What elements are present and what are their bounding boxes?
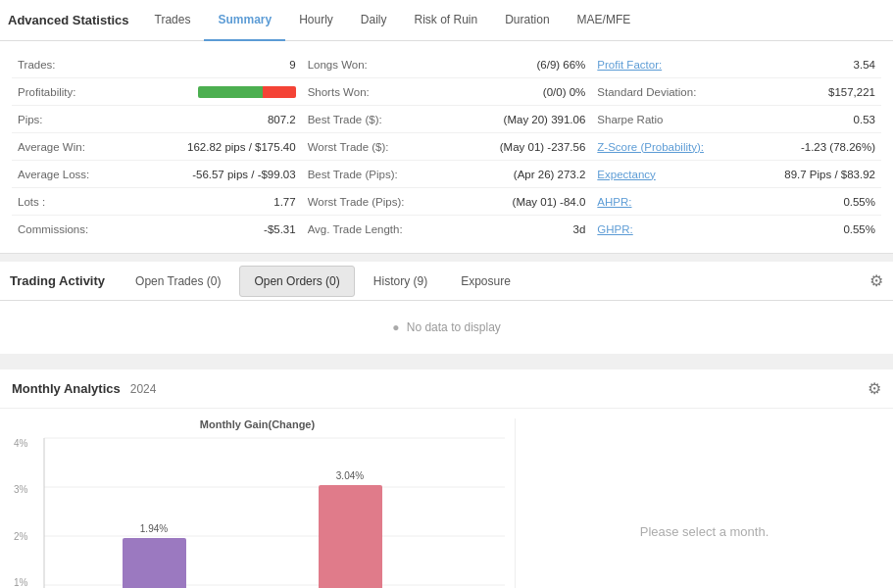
stat-profitability: Profitability: xyxy=(12,78,302,106)
trading-activity-header: Trading Activity Open Trades (0) Open Or… xyxy=(0,262,893,301)
stats-col-1: Trades: 9 Profitability: Pips: 807.2 Ave… xyxy=(12,49,302,245)
stat-sharpe-ratio: Sharpe Ratio 0.53 xyxy=(591,106,881,133)
stat-worst-trade-dollar: Worst Trade ($): (May 01) -237.56 xyxy=(302,133,592,161)
right-panel: Please select a month. xyxy=(515,418,893,588)
top-navigation: Advanced Statistics Trades Summary Hourl… xyxy=(0,0,893,41)
stats-col-2: Longs Won: (6/9) 66% Shorts Won: (0/0) 0… xyxy=(302,49,592,245)
bar-label-may: 3.04% xyxy=(336,470,364,481)
no-data-message: ● No data to display xyxy=(0,301,893,362)
no-data-text: No data to display xyxy=(407,320,501,334)
stat-trades: Trades: 9 xyxy=(12,51,302,78)
tab-risk-of-ruin[interactable]: Risk of Ruin xyxy=(401,0,492,41)
stat-lots: Lots : 1.77 xyxy=(12,188,302,216)
stats-section: Trades: 9 Profitability: Pips: 807.2 Ave… xyxy=(0,41,893,254)
profitability-bar xyxy=(198,86,296,98)
stat-zscore: Z-Score (Probability): -1.23 (78.26%) xyxy=(591,133,881,161)
monthly-analytics-content: Monthly Gain(Change) 4% 3% 2% 1% 0% xyxy=(0,409,893,588)
y-label-2: 2% xyxy=(14,531,27,542)
trading-activity-label: Trading Activity xyxy=(10,273,105,288)
y-label-1: 1% xyxy=(14,577,27,588)
tab-hourly[interactable]: Hourly xyxy=(285,0,347,41)
bar-label-apr: 1.94% xyxy=(140,523,168,534)
chart-area: Monthly Gain(Change) 4% 3% 2% 1% 0% xyxy=(0,418,515,588)
y-label-3: 3% xyxy=(14,484,27,495)
no-data-dot: ● xyxy=(392,320,399,334)
page-title: Advanced Statistics xyxy=(8,13,129,27)
y-label-4: 4% xyxy=(14,438,27,449)
stat-longs-won: Longs Won: (6/9) 66% xyxy=(302,51,592,78)
stat-ghpr: GHPR: 0.55% xyxy=(591,216,881,243)
divider-1 xyxy=(0,254,893,262)
profit-green-bar xyxy=(198,86,263,98)
chart-title: Monthly Gain(Change) xyxy=(10,418,505,430)
profit-red-bar xyxy=(263,86,296,98)
chart-wrapper: 4% 3% 2% 1% 0% xyxy=(10,438,505,588)
stat-worst-trade-pips: Worst Trade (Pips): (May 01) -84.0 xyxy=(302,188,592,216)
y-axis: 4% 3% 2% 1% 0% xyxy=(10,438,31,588)
stat-ahpr: AHPR: 0.55% xyxy=(591,188,881,216)
monthly-analytics-header: Monthly Analytics 2024 ⚙ xyxy=(0,369,893,409)
filter-icon[interactable]: ⚙ xyxy=(869,271,883,290)
tab-open-orders[interactable]: Open Orders (0) xyxy=(239,266,354,297)
tab-trades[interactable]: Trades xyxy=(141,0,205,41)
monthly-analytics-title: Monthly Analytics xyxy=(12,381,121,396)
stat-expectancy: Expectancy 89.7 Pips / $83.92 xyxy=(591,161,881,188)
tab-mae-mfe[interactable]: MAE/MFE xyxy=(564,0,645,41)
stat-pips: Pips: 807.2 xyxy=(12,106,302,133)
tab-history[interactable]: History (9) xyxy=(359,266,442,297)
stat-shorts-won: Shorts Won: (0/0) 0% xyxy=(302,78,592,106)
tab-duration[interactable]: Duration xyxy=(491,0,563,41)
monthly-analytics-year: 2024 xyxy=(130,382,157,396)
stats-col-3: Profit Factor: 3.54 Standard Deviation: … xyxy=(591,49,881,245)
stat-avg-trade-length: Avg. Trade Length: 3d xyxy=(302,216,592,243)
stat-best-trade-dollar: Best Trade ($): (May 20) 391.06 xyxy=(302,106,592,133)
select-month-text: Please select a month. xyxy=(640,524,769,539)
stat-profit-factor: Profit Factor: 3.54 xyxy=(591,51,881,78)
divider-2 xyxy=(0,362,893,369)
monthly-analytics-section: Monthly Analytics 2024 ⚙ Monthly Gain(Ch… xyxy=(0,369,893,588)
monthly-filter-icon[interactable]: ⚙ xyxy=(868,379,881,398)
tab-exposure[interactable]: Exposure xyxy=(446,266,525,297)
monthly-chart-svg: 1.94% Apr 2024 3.04% May 2024 xyxy=(44,438,505,588)
stat-best-trade-pips: Best Trade (Pips): (Apr 26) 273.2 xyxy=(302,161,592,188)
stat-commissions: Commissions: -$5.31 xyxy=(12,216,302,243)
stat-avg-win: Average Win: 162.82 pips / $175.40 xyxy=(12,133,302,161)
stat-avg-loss: Average Loss: -56.57 pips / -$99.03 xyxy=(12,161,302,188)
stat-std-deviation: Standard Deviation: $157,221 xyxy=(591,78,881,106)
bar-may-2024 xyxy=(319,485,382,588)
tab-daily[interactable]: Daily xyxy=(347,0,401,41)
tab-open-trades[interactable]: Open Trades (0) xyxy=(121,266,235,297)
tab-summary[interactable]: Summary xyxy=(204,0,285,41)
bar-apr-2024 xyxy=(123,538,186,588)
